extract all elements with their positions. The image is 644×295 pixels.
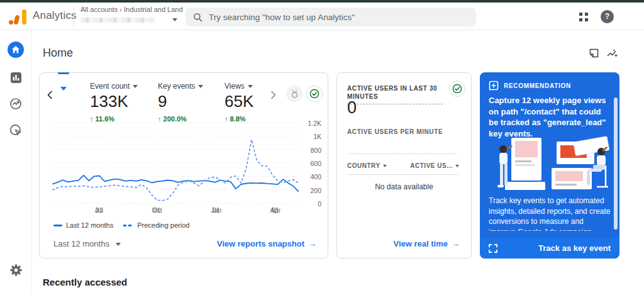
- search-input[interactable]: [209, 13, 448, 22]
- chevron-down-icon: [133, 85, 138, 88]
- arrow-right-icon: →: [452, 239, 460, 248]
- chevron-down-icon: [248, 85, 253, 88]
- y-axis-labels: 1.2K1K8006004002000: [303, 121, 321, 209]
- column-active-users[interactable]: ACTIVE US...: [410, 162, 459, 169]
- metric-value: 9: [158, 92, 203, 111]
- realtime-footer: View real time→: [337, 233, 471, 258]
- topbar: Analytics All accounts›Industrial and La…: [0, 3, 644, 30]
- breadcrumb-root: All accounts: [80, 6, 118, 13]
- overview-card: Event count 133K ↑ 11.6% Key events 9 ↑ …: [39, 72, 328, 259]
- property-name-redacted: [80, 18, 155, 23]
- recently-accessed-title: Recently accessed: [43, 277, 127, 287]
- view-reports-snapshot-link[interactable]: View reports snapshot→: [217, 239, 316, 248]
- settings-gear-icon: [9, 264, 23, 277]
- y-tick: 0: [318, 200, 321, 208]
- page-title: Home: [43, 47, 73, 60]
- track-as-key-event-button[interactable]: Track as key event: [480, 238, 619, 259]
- metric-value: 65K: [225, 92, 253, 111]
- recommendation-headline: Capture 12 weekly page views on path "/c…: [489, 95, 609, 139]
- y-tick: 1K: [313, 133, 321, 140]
- recommendation-body: Track key events to get automated insigh…: [489, 196, 612, 231]
- recommendation-illustration: [486, 134, 613, 193]
- metric-dropdown[interactable]: Views: [225, 82, 253, 91]
- recommendation-badge-icon: [489, 81, 499, 91]
- recommendation-header: RECOMMENDATION: [489, 81, 571, 91]
- chevron-down-icon: [198, 85, 203, 88]
- help-icon[interactable]: ?: [601, 10, 614, 23]
- legend-solid-swatch: [53, 225, 62, 226]
- series-dashed: [52, 140, 299, 201]
- x-axis-labels: 01Jul01Oct01Jan01Apr: [52, 206, 299, 223]
- insights-icon[interactable]: [606, 48, 619, 62]
- sidebar-item-admin[interactable]: [8, 262, 24, 278]
- active-users-value: 0: [347, 98, 357, 118]
- breadcrumb-current: Industrial and Land: [124, 6, 183, 13]
- y-tick: 400: [310, 173, 321, 181]
- search-icon: [193, 13, 203, 22]
- sidebar-item-reports[interactable]: [8, 69, 24, 86]
- legend-label: Last 12 months: [66, 221, 113, 229]
- metric-views: Views 65K ↑ 8.8%: [225, 82, 253, 123]
- trend-chart[interactable]: 1.2K1K8006004002000 01Jul01Oct01Jan01Apr: [52, 121, 319, 223]
- empty-bar-chart-baseline: [348, 153, 457, 154]
- benchmark-icon[interactable]: [286, 86, 303, 102]
- brand-title: Analytics: [33, 9, 77, 22]
- reports-icon: [10, 72, 22, 84]
- arrow-right-icon: →: [308, 239, 316, 248]
- no-data-message: No data available: [337, 182, 471, 191]
- per-minute-label: ACTIVE USERS PER MINUTE: [347, 128, 443, 135]
- chevron-down-icon: [116, 243, 121, 246]
- recommendation-tag: RECOMMENDATION: [504, 82, 571, 89]
- check-circle-icon[interactable]: [306, 86, 323, 102]
- metric-value: 133K: [90, 92, 138, 111]
- sidebar: [0, 30, 31, 295]
- home-icon: [11, 45, 20, 54]
- y-tick: 600: [310, 160, 321, 167]
- metric-key-events: Key events 9 ↑ 200.0%: [158, 82, 203, 123]
- note-icon[interactable]: [589, 48, 599, 61]
- legend-dashed-swatch: [123, 225, 133, 226]
- chevron-down-icon: [172, 18, 177, 21]
- breadcrumb-separator: ›: [119, 6, 122, 13]
- advertising-icon: [9, 124, 22, 136]
- analytics-logo-icon[interactable]: [9, 9, 28, 25]
- check-circle-icon[interactable]: [449, 81, 465, 97]
- trend-chart-svg: [52, 121, 299, 206]
- carousel-next-button[interactable]: [267, 89, 279, 101]
- metric-dropdown[interactable]: Event count: [90, 82, 138, 91]
- carousel-prev-button[interactable]: [45, 89, 56, 101]
- column-country[interactable]: COUNTRY: [347, 162, 387, 169]
- legend-label: Preceding period: [137, 221, 189, 229]
- overview-footer: Last 12 months View reports snapshot→: [40, 233, 328, 258]
- logo-bar-tall: [22, 9, 26, 25]
- active-tab-indicator: [58, 72, 69, 74]
- metric-event-count: Event count 133K ↑ 11.6%: [90, 82, 138, 123]
- view-real-time-link[interactable]: View real time→: [394, 239, 460, 248]
- logo-dot: [9, 20, 13, 25]
- realtime-card: ACTIVE USERS IN LAST 30 MINUTES 0 ACTIVE…: [336, 72, 472, 259]
- topbar-divider: [74, 7, 74, 26]
- recommendation-card: RECOMMENDATION Capture 12 weekly page vi…: [480, 72, 619, 259]
- date-range-selector[interactable]: Last 12 months: [53, 239, 121, 248]
- property-switcher[interactable]: [80, 16, 177, 25]
- chevron-down-icon: [455, 165, 459, 167]
- card-scrollbar[interactable]: [614, 97, 618, 230]
- breadcrumb[interactable]: All accounts›Industrial and Land: [80, 6, 183, 13]
- y-tick: 200: [310, 187, 321, 194]
- action-label: Track as key event: [538, 243, 611, 253]
- chart-legend: Last 12 months Preceding period: [53, 221, 189, 229]
- realtime-table-header: COUNTRY ACTIVE US...: [347, 162, 459, 175]
- metric-dropdown[interactable]: Key events: [158, 82, 203, 91]
- sidebar-item-advertising[interactable]: [8, 122, 24, 138]
- search-bar[interactable]: [186, 8, 476, 26]
- y-tick: 800: [310, 147, 321, 154]
- metric-set-dropdown-icon[interactable]: [60, 87, 67, 91]
- apps-grid-icon[interactable]: [579, 13, 588, 21]
- y-tick: 1.2K: [308, 120, 321, 127]
- expand-icon: [489, 244, 497, 253]
- sidebar-item-explore[interactable]: [8, 96, 24, 112]
- sidebar-item-home[interactable]: [8, 42, 24, 58]
- chevron-down-icon: [383, 165, 387, 167]
- explore-icon: [9, 97, 22, 110]
- logo-bar-short: [13, 14, 19, 25]
